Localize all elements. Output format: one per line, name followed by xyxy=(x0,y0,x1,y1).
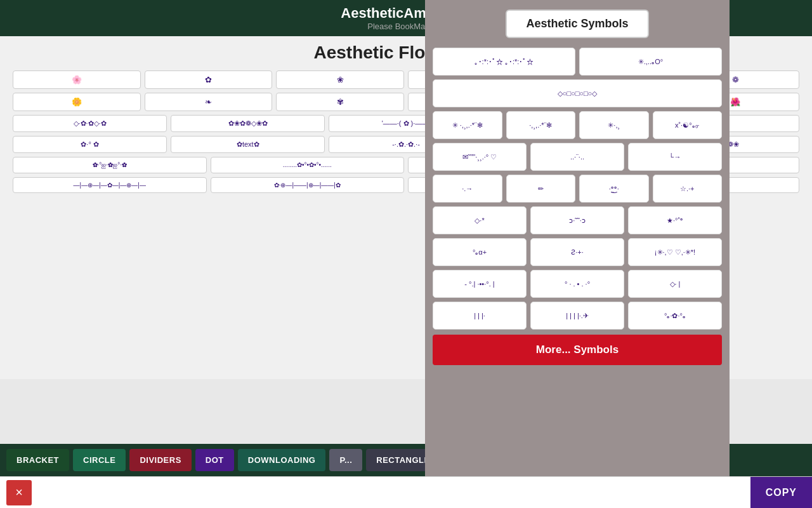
cat-dot[interactable]: DOT xyxy=(195,449,234,471)
overlay-symbol[interactable]: ..·¨·.. xyxy=(530,143,624,171)
symbol-cell[interactable]: —|—⊕—|—✿—|—⊕—|— xyxy=(13,177,207,193)
overlay-symbol[interactable]: ↄ·˜˜·ↄ xyxy=(530,206,624,234)
overlay-symbol[interactable]: ✏ xyxy=(506,175,576,203)
cat-dividers[interactable]: DIVIDERS xyxy=(129,449,191,471)
overlay-row-8: - °.| ·••·°. | ° · . • . ·° ◇· | xyxy=(433,270,722,298)
symbol-cell[interactable]: ✿❀✿❁◇❀✿ xyxy=(171,115,325,132)
overlay-row-9: | | |· | | | |·.✈ °ₒ·✿·°ₒ xyxy=(433,302,722,330)
overlay-symbol[interactable]: ° · . • . ·° xyxy=(530,270,624,298)
symbol-cell[interactable]: ✿·⊕—|——|⊕—|——|✿ xyxy=(211,177,405,193)
overlay-symbol[interactable]: - °.| ·••·°. | xyxy=(433,270,527,298)
overlay-row-7: °ₒα+ Ƨ·+· ¡✳·,♡ ♡,·✳*! xyxy=(433,238,722,266)
close-button[interactable]: × xyxy=(6,480,32,505)
overlay-symbol[interactable]: ·.→ xyxy=(433,175,502,203)
overlay-symbol[interactable]: ｡･:*:･ﾟ☆ ｡･:*:･ﾟ☆ xyxy=(433,48,575,76)
overlay-symbol[interactable]: | | |· xyxy=(433,302,527,330)
overlay-row-3: ✳ ·,¸,.·*¨✻ ·,¸,.·*¨✻ ✳·,¸ x˚·☯°ₒ₀· xyxy=(433,111,722,139)
cat-downloading[interactable]: DOWNLOADING xyxy=(238,449,326,471)
overlay-symbol[interactable]: °ₒ·✿·°ₒ xyxy=(628,302,722,330)
symbol-cell[interactable]: ✿text✿ xyxy=(171,136,325,153)
overlay-symbol[interactable]: ✳·,¸ xyxy=(579,111,649,139)
overlay-symbol[interactable]: ·ᵒ̤͜ᵒ· xyxy=(579,175,649,203)
cat-p[interactable]: P... xyxy=(329,449,362,471)
overlay-symbol[interactable]: ✉˜""·¸¸.·° ♡ xyxy=(433,143,527,171)
cat-circle[interactable]: CIRCLE xyxy=(73,449,126,471)
symbol-cell[interactable]: ✾ xyxy=(276,93,404,111)
overlay-title[interactable]: Aesthetic Symbols xyxy=(506,10,648,38)
cat-bracket[interactable]: BRACKET xyxy=(6,449,69,471)
overlay-symbol[interactable]: ★·°˚ᵒ xyxy=(628,206,722,234)
copy-button[interactable]: COPY xyxy=(750,477,812,509)
overlay-symbol[interactable]: ✳.,..ₒO° xyxy=(579,48,722,76)
overlay-symbol[interactable]: ✳ ·,¸,.·*¨✻ xyxy=(433,111,502,139)
overlay-row-5: ·.→ ✏ ·ᵒ̤͜ᵒ· ☆.·+ xyxy=(433,175,722,203)
overlay-symbol[interactable]: x˚·☯°ₒ₀· xyxy=(653,111,723,139)
more-symbols-button[interactable]: More... Symbols xyxy=(433,335,722,365)
overlay-symbol[interactable]: ◇·* xyxy=(433,206,527,234)
symbol-cell[interactable]: ◇·✿·✿◇·✿ xyxy=(13,115,167,132)
overlay-row-4: ✉˜""·¸¸.·° ♡ ..·¨·.. └→ xyxy=(433,143,722,171)
overlay-row-6: ◇·* ↄ·˜˜·ↄ ★·°˚ᵒ xyxy=(433,206,722,234)
copy-bar: × COPY xyxy=(0,476,812,508)
symbol-cell[interactable]: ✿·° ✿ xyxy=(13,136,167,153)
overlay-symbol[interactable]: Ƨ·+· xyxy=(530,238,624,266)
overlay-symbol[interactable]: ◇· | xyxy=(628,270,722,298)
overlay-symbol[interactable]: ·,¸,.·*¨✻ xyxy=(506,111,576,139)
overlay-symbol[interactable]: ◇○□○□○□○◇ xyxy=(433,79,722,107)
symbol-cell[interactable]: 🌸 xyxy=(13,70,141,89)
symbol-cell[interactable]: 🌼 xyxy=(13,93,141,111)
overlay-symbol[interactable]: | | | |·.✈ xyxy=(530,302,624,330)
overlay-symbol[interactable]: └→ xyxy=(628,143,722,171)
symbol-cell[interactable]: ........✿•°•✿•°•...... xyxy=(211,157,405,173)
symbol-cell[interactable]: ❀ xyxy=(276,70,404,89)
symbol-cell[interactable]: ❧ xyxy=(145,93,273,111)
overlay-symbol[interactable]: °ₒα+ xyxy=(433,238,527,266)
overlay-row-2: ◇○□○□○□○◇ xyxy=(433,79,722,107)
overlay-row-1: ｡･:*:･ﾟ☆ ｡･:*:･ﾟ☆ ✳.,..ₒO° xyxy=(433,48,722,76)
symbol-cell[interactable]: ✿ xyxy=(145,70,273,89)
symbol-cell[interactable]: ✿·°ஐ·✿ஐ°·✿ xyxy=(13,157,207,173)
overlay-panel: Aesthetic Symbols ｡･:*:･ﾟ☆ ｡･:*:･ﾟ☆ ✳.,.… xyxy=(425,0,730,476)
overlay-symbol[interactable]: ¡✳·,♡ ♡,·✳*! xyxy=(628,238,722,266)
overlay-symbol[interactable]: ☆.·+ xyxy=(653,175,723,203)
